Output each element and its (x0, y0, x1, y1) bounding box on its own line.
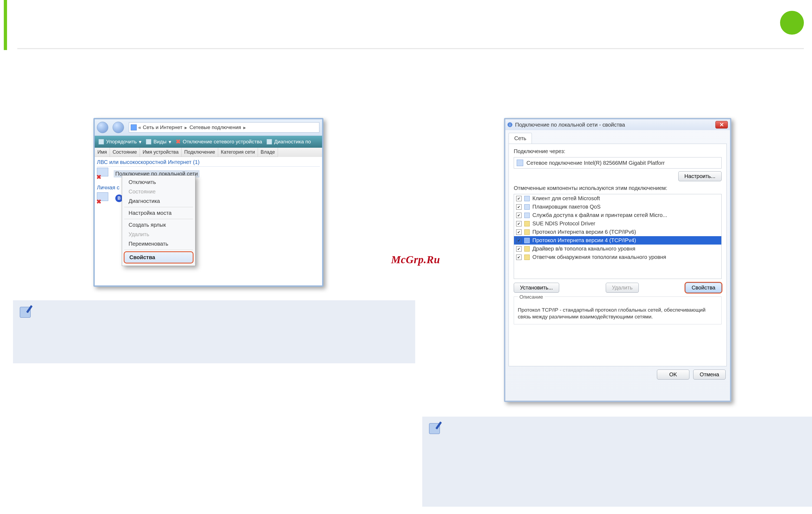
adapter-name: Сетевое подключение Intel(R) 82566MM Gig… (526, 160, 665, 166)
tabstrip: Сеть (509, 132, 727, 144)
list-item[interactable]: ✔Планировщик пакетов QoS (514, 203, 721, 211)
note-icon (18, 304, 35, 320)
adapter-field: Сетевое подключение Intel(R) 82566MM Gig… (514, 157, 722, 169)
close-icon: ✕ (719, 121, 724, 128)
col-connection[interactable]: Подключение (182, 148, 218, 157)
breadcrumb[interactable]: « Сеть и Интернет ▸ Сетевые подлючения ▸ (129, 122, 319, 132)
checkbox[interactable]: ✔ (516, 221, 522, 226)
ctx-properties[interactable]: Свойства (124, 251, 194, 264)
error-badge-icon: ✖ (96, 198, 101, 205)
tool-organize[interactable]: Упорядочить▾ (98, 139, 142, 145)
ctx-delete: Удалить (124, 230, 194, 239)
list-item[interactable]: ✔Драйвер в/в тополога канального уровня (514, 245, 721, 253)
component-actions: Установить... Удалить Свойства (514, 283, 722, 293)
tool-organize-label: Упорядочить (106, 139, 137, 145)
window-body: ЛВС или высокоскоростной Интернет (1) ✖ … (95, 157, 322, 206)
component-icon (524, 221, 530, 226)
list-item[interactable]: ✔Протокол Интернета версии 6 (TCP/IPv6) (514, 228, 721, 236)
crumb-b[interactable]: Сетевые подлючения (190, 124, 241, 130)
component-icon (524, 238, 530, 243)
col-name[interactable]: Имя (95, 148, 110, 157)
checkbox[interactable]: ✔ (516, 230, 522, 235)
delete-button: Удалить (606, 283, 639, 293)
dialog-title: Подключение по локальной сети - свойства (515, 122, 625, 128)
nav-back-button[interactable] (97, 122, 108, 133)
toolbar: Упорядочить▾ Виды▾ ✖ Отключение сетевого… (95, 136, 322, 148)
cancel-button[interactable]: Отмена (693, 369, 726, 380)
col-status[interactable]: Состояние (110, 148, 140, 157)
checkbox[interactable]: ✔ (516, 196, 522, 201)
crumb-glyph: « (138, 124, 141, 130)
ctx-separator (124, 207, 193, 207)
ctx-separator (124, 250, 193, 250)
ctx-disable[interactable]: Отключить (124, 178, 194, 187)
diagnose-icon (267, 139, 272, 145)
component-icon (524, 213, 530, 218)
note-icon (427, 420, 444, 436)
component-icon (524, 230, 530, 235)
checkbox[interactable]: ✔ (516, 213, 522, 218)
error-badge-icon: ✖ (96, 174, 101, 181)
tool-diagnose-label: Диагностика по (274, 139, 311, 145)
install-button[interactable]: Установить... (514, 283, 559, 293)
connection-icon: ✖ (97, 168, 111, 180)
list-item[interactable]: ✔Клиент для сетей Microsoft (514, 194, 721, 203)
ctx-status: Состояние (124, 187, 194, 196)
via-label: Подключение через: (514, 148, 722, 154)
tool-disable-device[interactable]: ✖ Отключение сетевого устройства (176, 138, 262, 145)
checkbox[interactable]: ✔ (516, 204, 522, 210)
connection-icon: ✖ (97, 192, 111, 204)
ctx-rename[interactable]: Переименовать (124, 239, 194, 248)
component-icon (524, 196, 530, 201)
crumb-sep: ▸ (243, 124, 246, 131)
component-label: SUE NDIS Protocol Driver (532, 220, 595, 227)
ok-button[interactable]: OK (657, 369, 689, 380)
components-list: ✔Клиент для сетей Microsoft ✔Планировщик… (514, 194, 722, 279)
list-item[interactable]: ✔Ответчик обнаружения топологии канально… (514, 253, 721, 261)
nav-forward-button[interactable] (113, 122, 124, 133)
checkbox[interactable]: ✔ (516, 254, 522, 260)
close-button[interactable]: ✕ (715, 121, 728, 128)
ctx-diagnose[interactable]: Диагностика (124, 197, 194, 206)
page-divider (17, 48, 804, 49)
description-legend: Описание (518, 294, 545, 301)
list-item-selected[interactable]: ✔Протокол Интернета версии 4 (TCP/IPv4) (514, 236, 721, 245)
tool-disable-label: Отключение сетевого устройства (183, 139, 262, 145)
watermark: McGrp.Ru (391, 254, 440, 265)
checkbox[interactable]: ✔ (516, 246, 522, 251)
tool-views-label: Виды (153, 139, 167, 145)
disable-icon: ✖ (176, 138, 180, 145)
col-owner[interactable]: Владе (258, 148, 278, 157)
network-connections-window: « Сеть и Интернет ▸ Сетевые подлючения ▸… (93, 118, 323, 287)
column-headers: Имя Состояние Имя устройства Подключение… (95, 148, 322, 157)
ctx-separator (124, 219, 193, 219)
component-label: Протокол Интернета версии 4 (TCP/IPv4) (532, 237, 636, 243)
checkbox[interactable]: ✔ (516, 238, 522, 243)
component-label: Протокол Интернета версии 6 (TCP/IPv6) (532, 229, 636, 235)
description-box: Описание Протокол TCP/IP - стандартный п… (514, 297, 722, 324)
tab-network[interactable]: Сеть (509, 133, 532, 144)
tool-views[interactable]: Виды▾ (146, 139, 171, 145)
col-category[interactable]: Категория сети (218, 148, 258, 157)
configure-button[interactable]: Настроить... (678, 171, 722, 181)
tool-diagnose[interactable]: Диагностика по (267, 139, 311, 145)
views-icon (146, 139, 151, 145)
col-device[interactable]: Имя устройства (140, 148, 182, 157)
component-icon (524, 254, 530, 260)
crumb-a[interactable]: Сеть и Интернет (143, 124, 182, 130)
folder-icon (131, 124, 137, 130)
ctx-shortcut[interactable]: Создать ярлык (124, 220, 194, 230)
component-label: Драйвер в/в тополога канального уровня (532, 246, 635, 252)
component-icon (524, 246, 530, 251)
properties-button[interactable]: Свойства (685, 283, 722, 293)
note-box-left (13, 300, 415, 363)
page-accent-rail (4, 0, 7, 50)
dialog-actions: OK Отмена (505, 369, 726, 380)
ctx-bridge[interactable]: Настройка моста (124, 209, 194, 217)
list-item[interactable]: ✔SUE NDIS Protocol Driver (514, 219, 721, 228)
address-bar: « Сеть и Интернет ▸ Сетевые подлючения ▸ (95, 119, 322, 136)
adapter-icon (517, 160, 523, 166)
crumb-sep: ▸ (184, 124, 187, 131)
list-item[interactable]: ✔Служба доступа к файлам и принтерам сет… (514, 211, 721, 219)
info-icon: i (508, 122, 512, 127)
